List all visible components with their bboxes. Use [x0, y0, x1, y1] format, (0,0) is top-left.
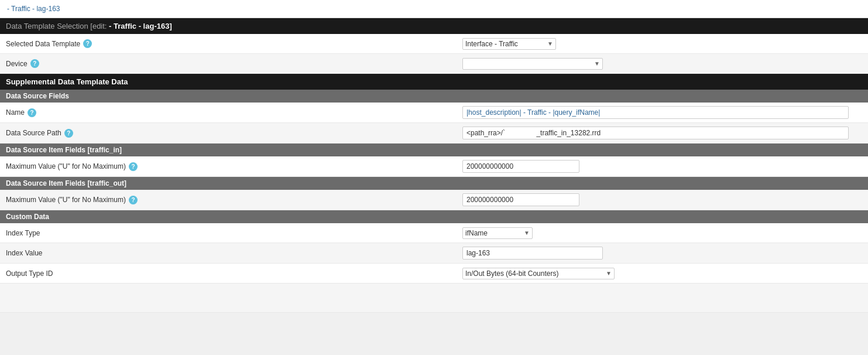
device-row: Device ? ▼	[0, 54, 868, 74]
output-type-id-label: Output Type ID	[6, 269, 53, 278]
traffic-in-max-row: Maximum Value ("U" for No Maximum) ?	[0, 156, 868, 177]
index-value-label-col: Index Value	[6, 249, 462, 257]
selected-data-template-row: Selected Data Template ? Interface - Tra…	[0, 34, 868, 54]
traffic-in-max-label-col: Maximum Value ("U" for No Maximum) ?	[6, 162, 462, 171]
traffic-in-max-label: Maximum Value ("U" for No Maximum)	[6, 162, 126, 170]
traffic-out-max-label: Maximum Value ("U" for No Maximum)	[6, 196, 126, 204]
selected-data-template-label: Selected Data Template	[6, 40, 80, 48]
index-type-dropdown[interactable]: ifName ▼	[462, 227, 533, 239]
index-value-value-col	[462, 247, 862, 260]
name-help-icon[interactable]: ?	[28, 108, 36, 117]
data-source-fields-label: Data Source Fields	[6, 92, 69, 100]
name-input[interactable]	[462, 106, 849, 119]
index-type-select[interactable]: ifName	[465, 229, 522, 237]
device-dropdown[interactable]: ▼	[462, 58, 603, 70]
traffic-out-label: Data Source Item Fields [traffic_out]	[6, 179, 126, 187]
traffic-out-max-row: Maximum Value ("U" for No Maximum) ?	[0, 190, 868, 210]
traffic-out-max-input[interactable]	[462, 193, 579, 206]
header-title: - Traffic - lag-163]	[109, 22, 172, 30]
traffic-out-max-help-icon[interactable]: ?	[129, 196, 138, 204]
traffic-in-header: Data Source Item Fields [traffic_in]	[0, 144, 868, 156]
selected-data-template-value-col: Interface - Traffic ▼	[462, 38, 862, 50]
index-type-value-col: ifName ▼	[462, 227, 862, 239]
data-source-fields-header: Data Source Fields	[0, 90, 868, 103]
index-type-label-col: Index Type	[6, 229, 462, 237]
data-source-path-row: Data Source Path ?	[0, 123, 868, 144]
traffic-out-max-value-col	[462, 193, 862, 206]
selected-data-template-dropdown[interactable]: Interface - Traffic ▼	[462, 38, 556, 50]
device-select[interactable]	[465, 60, 592, 68]
traffic-out-max-label-col: Maximum Value ("U" for No Maximum) ?	[6, 196, 462, 204]
selected-data-template-label-col: Selected Data Template ?	[6, 39, 462, 48]
breadcrumb: - Traffic - lag-163	[0, 0, 868, 18]
device-dropdown-arrow-icon: ▼	[594, 60, 600, 67]
custom-data-header: Custom Data	[0, 210, 868, 223]
device-help-icon[interactable]: ?	[30, 59, 39, 68]
data-source-path-label: Data Source Path	[6, 129, 61, 137]
selected-data-template-help-icon[interactable]: ?	[83, 39, 92, 48]
name-label-col: Name ?	[6, 108, 462, 117]
supplemental-header: Supplemental Data Template Data	[0, 74, 868, 90]
traffic-in-max-help-icon[interactable]: ?	[129, 162, 138, 171]
dropdown-arrow-icon: ▼	[547, 40, 553, 47]
output-type-id-select[interactable]: In/Out Bytes (64-bit Counters)	[465, 269, 603, 278]
name-row: Name ?	[0, 103, 868, 123]
custom-data-label: Custom Data	[6, 213, 49, 221]
output-type-id-row: Output Type ID In/Out Bytes (64-bit Coun…	[0, 264, 868, 284]
output-type-id-label-col: Output Type ID	[6, 269, 462, 278]
supplemental-header-label: Supplemental Data Template Data	[6, 77, 128, 86]
traffic-out-header: Data Source Item Fields [traffic_out]	[0, 177, 868, 190]
name-label: Name	[6, 108, 25, 117]
device-label-col: Device ?	[6, 59, 462, 68]
data-source-path-value-col	[462, 127, 862, 139]
selected-data-template-select[interactable]: Interface - Traffic	[465, 40, 545, 48]
page-container: Data Template Selection [edit: - Traffic…	[0, 18, 868, 313]
output-type-id-arrow-icon: ▼	[606, 270, 612, 277]
section-header-edit: Data Template Selection [edit: - Traffic…	[0, 18, 868, 34]
data-source-path-label-col: Data Source Path ?	[6, 129, 462, 138]
breadcrumb-link[interactable]: - Traffic - lag-163	[7, 5, 60, 13]
index-value-input[interactable]	[462, 247, 603, 260]
index-value-label: Index Value	[6, 249, 43, 257]
name-value-col	[462, 106, 862, 119]
header-edit-label: Data Template Selection [edit:	[6, 22, 107, 30]
device-label: Device	[6, 60, 28, 68]
index-type-label: Index Type	[6, 229, 40, 237]
data-source-path-help-icon[interactable]: ?	[64, 129, 73, 138]
traffic-in-max-input[interactable]	[462, 160, 579, 173]
index-value-row: Index Value	[0, 243, 868, 264]
output-type-id-dropdown[interactable]: In/Out Bytes (64-bit Counters) ▼	[462, 268, 615, 279]
output-type-id-value-col: In/Out Bytes (64-bit Counters) ▼	[462, 268, 862, 279]
index-type-arrow-icon: ▼	[524, 230, 530, 236]
traffic-in-label: Data Source Item Fields [traffic_in]	[6, 146, 122, 154]
device-value-col: ▼	[462, 58, 862, 70]
index-type-row: Index Type ifName ▼	[0, 223, 868, 243]
footer-row	[0, 284, 868, 313]
data-source-path-input[interactable]	[462, 127, 849, 139]
traffic-in-max-value-col	[462, 160, 862, 173]
